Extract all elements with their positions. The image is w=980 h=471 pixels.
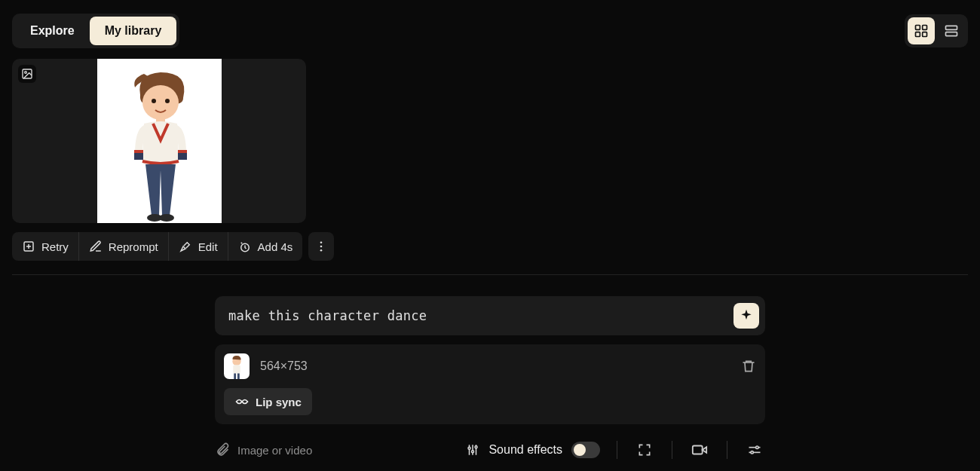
timer-icon: [238, 240, 252, 253]
svg-rect-4: [946, 26, 957, 29]
svg-rect-12: [134, 152, 143, 160]
svg-rect-13: [178, 152, 187, 160]
svg-rect-26: [233, 365, 240, 373]
svg-point-22: [320, 241, 323, 243]
svg-rect-1: [923, 26, 927, 30]
attach-media-button[interactable]: Image or video: [215, 442, 312, 457]
svg-point-34: [475, 446, 477, 448]
add-4s-button[interactable]: Add 4s: [228, 232, 303, 261]
svg-point-23: [320, 246, 323, 248]
svg-rect-27: [234, 373, 236, 379]
settings-sliders-icon: [747, 442, 762, 457]
svg-point-10: [165, 99, 170, 103]
trash-icon: [741, 359, 756, 374]
retry-button[interactable]: Retry: [12, 232, 78, 261]
svg-rect-3: [923, 32, 927, 37]
svg-point-37: [756, 446, 758, 448]
prompt-area: 564×753 Lip sync Image or video Sound ef…: [215, 296, 765, 460]
svg-rect-15: [178, 150, 187, 153]
view-toggle: [905, 14, 968, 47]
sound-effects-toggle[interactable]: Sound effects: [466, 442, 600, 458]
media-type-badge: [18, 65, 36, 83]
attachment-thumbnail[interactable]: [224, 353, 250, 379]
expand-icon: [637, 442, 652, 457]
retry-label: Retry: [41, 240, 69, 253]
video-button[interactable]: [689, 439, 710, 460]
grid-icon: [914, 23, 929, 38]
sound-effects-label: Sound effects: [488, 443, 562, 457]
svg-rect-0: [916, 26, 920, 30]
expand-button[interactable]: [634, 439, 655, 460]
paperclip-icon: [215, 442, 230, 457]
add-4s-label: Add 4s: [258, 240, 293, 253]
library-item-card[interactable]: [12, 59, 306, 223]
dots-vertical-icon: [314, 240, 328, 253]
svg-point-32: [472, 451, 474, 453]
edit-button[interactable]: Edit: [168, 232, 228, 261]
character-illustration: [114, 65, 204, 223]
svg-point-8: [142, 85, 179, 120]
character-thumb-illustration: [226, 355, 247, 379]
svg-point-7: [25, 72, 27, 74]
svg-point-9: [152, 99, 156, 103]
toggle-knob: [574, 444, 586, 456]
reprompt-label: Reprompt: [109, 240, 158, 253]
video-icon: [691, 442, 708, 458]
sound-effects-switch[interactable]: [571, 442, 600, 458]
generate-button[interactable]: [733, 303, 759, 329]
lip-sync-label: Lip sync: [256, 396, 302, 408]
tab-my-library[interactable]: My library: [90, 17, 177, 45]
svg-point-24: [320, 249, 323, 252]
svg-point-30: [468, 447, 470, 449]
retry-icon: [22, 240, 35, 253]
more-actions-button[interactable]: [308, 232, 334, 261]
prompt-input-row: [215, 296, 765, 335]
grid-view-button[interactable]: [908, 17, 935, 44]
sparkle-icon: [739, 308, 754, 323]
settings-button[interactable]: [744, 439, 765, 460]
list-view-button[interactable]: [938, 17, 965, 44]
card-thumbnail: [97, 59, 222, 223]
card-actions: Retry Reprompt Edit Add 4s: [12, 232, 980, 261]
lips-icon: [234, 394, 250, 409]
sliders-icon: [466, 443, 479, 457]
svg-rect-35: [693, 446, 703, 454]
toolbar-divider: [617, 441, 617, 459]
edit-square-icon: [89, 240, 103, 253]
action-pill-group: Retry Reprompt Edit Add 4s: [12, 232, 302, 261]
attachment-dimensions: 564×753: [260, 359, 308, 373]
list-icon: [944, 23, 959, 38]
edit-label: Edit: [198, 240, 218, 253]
brush-icon: [179, 240, 192, 253]
bottom-toolbar: Image or video Sound effects: [215, 439, 765, 460]
lip-sync-chip[interactable]: Lip sync: [224, 388, 312, 415]
svg-rect-28: [237, 373, 240, 379]
reprompt-button[interactable]: Reprompt: [78, 232, 168, 261]
attachment-card: 564×753 Lip sync: [215, 344, 765, 424]
attach-media-label: Image or video: [237, 444, 312, 457]
delete-attachment-button[interactable]: [741, 359, 756, 374]
svg-rect-14: [134, 150, 143, 153]
svg-rect-5: [946, 32, 957, 36]
toolbar-divider: [672, 441, 672, 459]
section-divider: [12, 274, 968, 275]
nav-tabs: Explore My library: [12, 14, 179, 48]
image-icon: [21, 68, 33, 80]
tab-explore[interactable]: Explore: [15, 17, 90, 45]
svg-point-17: [159, 214, 174, 222]
svg-point-39: [751, 451, 753, 454]
svg-rect-2: [916, 32, 920, 37]
prompt-input[interactable]: [228, 308, 733, 323]
top-bar: Explore My library: [0, 0, 980, 59]
attachment-row: 564×753: [224, 353, 756, 379]
toolbar-divider: [727, 441, 727, 459]
